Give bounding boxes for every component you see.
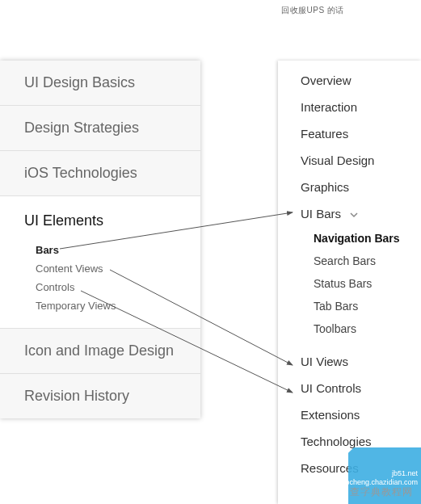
left-panel: UI Design Basics Design Strategies iOS T… [0, 61, 200, 418]
nav-sub-item-status-bars[interactable]: Status Bars [278, 272, 421, 295]
sidebar-sub-list: Bars Content Views Controls Temporary Vi… [24, 241, 200, 315]
sidebar-item-icon-and-image-design[interactable]: Icon and Image Design [0, 329, 200, 374]
chevron-down-icon [344, 207, 359, 220]
nav-item-extensions[interactable]: Extensions [278, 401, 421, 428]
header-small-text: 回收服UPS 的话 [281, 5, 344, 16]
nav-item-visual-design[interactable]: Visual Design [278, 147, 421, 174]
nav-item-label: UI Bars [301, 207, 341, 220]
watermark: 查字典教程网 [350, 485, 413, 499]
nav-item-overview[interactable]: Overview [278, 67, 421, 94]
sidebar-item-revision-history[interactable]: Revision History [0, 374, 200, 418]
nav-sub-item-toolbars[interactable]: Toolbars [278, 317, 421, 340]
sidebar-item-ios-technologies[interactable]: iOS Technologies [0, 151, 200, 196]
right-panel: Overview Interaction Features Visual Des… [278, 61, 421, 504]
sidebar-item-label: iOS Technologies [24, 165, 200, 182]
sidebar-item-label: UI Elements [24, 212, 200, 229]
nav-item-ui-controls[interactable]: UI Controls [278, 375, 421, 401]
sidebar-item-label: Icon and Image Design [24, 342, 200, 359]
nav-sub-item-navigation-bars[interactable]: Navigation Bars [278, 227, 421, 250]
nav-item-features[interactable]: Features [278, 120, 421, 147]
nav-item-ui-bars[interactable]: UI Bars [278, 200, 421, 227]
sidebar-item-design-strategies[interactable]: Design Strategies [0, 106, 200, 151]
nav-sub-item-search-bars[interactable]: Search Bars [278, 250, 421, 272]
nav-item-interaction[interactable]: Interaction [278, 94, 421, 120]
nav-item-ui-views[interactable]: UI Views [278, 348, 421, 375]
sidebar-item-label: Revision History [24, 388, 200, 405]
sidebar-sub-item-controls[interactable]: Controls [36, 278, 200, 296]
nav-sub-item-tab-bars[interactable]: Tab Bars [278, 295, 421, 317]
sidebar-sub-item-bars[interactable]: Bars [36, 241, 200, 259]
nav-item-graphics[interactable]: Graphics [278, 174, 421, 200]
sidebar-item-label: Design Strategies [24, 120, 200, 136]
sidebar-sub-item-content-views[interactable]: Content Views [36, 259, 200, 278]
sidebar-sub-item-temporary-views[interactable]: Temporary Views [36, 296, 200, 315]
sidebar-item-ui-design-basics[interactable]: UI Design Basics [0, 61, 200, 106]
sidebar-item-ui-elements[interactable]: UI Elements Bars Content Views Controls … [0, 196, 200, 329]
sidebar-item-label: UI Design Basics [24, 74, 200, 91]
